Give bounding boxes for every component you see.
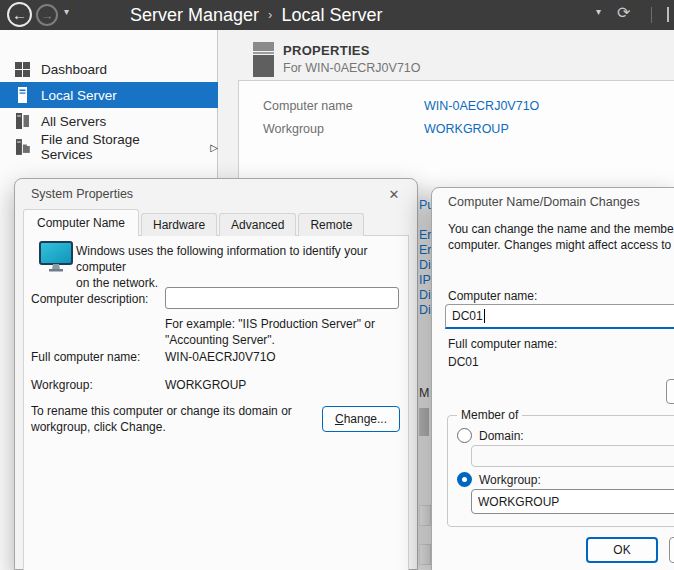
tab-computer-name[interactable]: Computer Name — [23, 209, 139, 236]
computer-description-label: Computer description: — [31, 291, 148, 307]
tab-remote[interactable]: Remote — [298, 213, 364, 236]
close-icon[interactable]: ✕ — [381, 183, 407, 205]
app-title: Server Manager — [130, 5, 259, 26]
dialog-description-line: Windows uses the following information t… — [76, 243, 417, 275]
sidebar-item-dashboard[interactable]: Dashboard — [0, 56, 218, 82]
dashboard-icon — [15, 62, 30, 77]
occluded-ui-fragment — [419, 505, 431, 526]
change-button[interactable]: Change... — [322, 406, 400, 432]
breadcrumb: Server Manager › Local Server — [130, 0, 382, 30]
full-computer-name-value: WIN-0AECRJ0V71O — [165, 349, 276, 365]
dialog-title: Computer Name/Domain Changes — [448, 195, 640, 209]
domain-label: Domain: — [479, 428, 524, 444]
example-text-line: For example: "IIS Production Server" or — [165, 316, 375, 332]
sidebar-item-label: Local Server — [41, 88, 117, 103]
workgroup-input[interactable] — [471, 489, 674, 514]
breadcrumb-separator-icon: › — [268, 7, 272, 22]
occluded-text-fragment: M — [419, 386, 431, 399]
file-storage-services-icon — [15, 139, 30, 155]
text-cursor — [484, 309, 485, 323]
back-arrow-icon: ← — [12, 6, 27, 23]
computer-name-input-value: DC01 — [452, 309, 483, 323]
properties-header: PROPERTIES — [283, 43, 370, 58]
ok-button[interactable]: OK — [586, 537, 658, 563]
sidebar-item-all-servers[interactable]: All Servers — [0, 108, 218, 134]
workgroup-label: Workgroup: — [479, 472, 541, 488]
workgroup-value: WORKGROUP — [165, 377, 246, 393]
occluded-text-fragment: Di — [419, 303, 431, 316]
tab-strip: Computer Name Hardware Advanced Remote — [23, 209, 409, 236]
workgroup-label: Workgroup: — [31, 377, 93, 393]
properties-subheader: For WIN-0AECRJ0V71O — [283, 61, 421, 75]
dialog-description-line: computer. Changes might affect access to… — [448, 237, 674, 253]
rename-hint-text: To rename this computer or change its do… — [31, 403, 292, 435]
more-button-clipped[interactable] — [666, 379, 674, 404]
toolbar-divider — [651, 7, 652, 23]
domain-radio[interactable] — [457, 428, 472, 443]
member-of-label: Member of — [457, 407, 522, 423]
clipped-toolbar-icon — [667, 7, 669, 22]
sidebar-item-file-storage-services[interactable]: File and Storage Services ▷ — [0, 134, 218, 160]
example-text: For example: "IIS Production Server" or … — [165, 316, 375, 348]
computer-name-label: Computer name: — [448, 288, 537, 304]
refresh-icon[interactable]: ⟳ — [617, 3, 630, 22]
toolbar-dropdown-icon[interactable]: ▾ — [596, 6, 601, 17]
occluded-text-fragment: Di — [419, 288, 431, 301]
all-servers-icon — [15, 113, 30, 129]
dialog-description: You can change the name and the membersh… — [448, 221, 674, 253]
workgroup-radio[interactable] — [457, 472, 472, 487]
property-label: Computer name — [263, 99, 353, 113]
system-properties-dialog: System Properties ✕ Computer Name Hardwa… — [14, 178, 418, 570]
server-manager-window: ← → ▾ Server Manager › Local Server ▾ ⟳ … — [0, 0, 674, 570]
occluded-text-fragment: Pu — [419, 198, 431, 211]
domain-changes-dialog: Computer Name/Domain Changes You can cha… — [431, 187, 674, 570]
monitor-icon — [39, 241, 73, 273]
occluded-ui-fragment — [419, 408, 429, 436]
property-label: Workgroup — [263, 122, 324, 136]
forward-arrow-icon: → — [41, 8, 54, 23]
forward-button[interactable]: → — [36, 4, 58, 26]
expand-chevron-icon[interactable]: ▷ — [210, 142, 218, 153]
nav-dropdown-icon[interactable]: ▾ — [64, 6, 69, 17]
titlebar: ← → ▾ Server Manager › Local Server ▾ ⟳ — [0, 0, 674, 30]
occluded-ui-fragment — [419, 544, 431, 565]
sidebar-item-local-server[interactable]: Local Server — [0, 82, 218, 108]
occluded-text-fragment: Er — [419, 228, 431, 241]
occluded-text-fragment: IP — [419, 273, 431, 286]
computer-description-input[interactable] — [165, 287, 399, 309]
computer-name-link[interactable]: WIN-0AECRJ0V71O — [424, 99, 539, 113]
breadcrumb-section: Local Server — [281, 5, 382, 26]
rename-hint-line: To rename this computer or change its do… — [31, 403, 292, 419]
occluded-text-fragment: Di — [419, 258, 431, 271]
workgroup-link[interactable]: WORKGROUP — [424, 122, 509, 136]
occluded-text-fragment: Er — [419, 243, 431, 256]
example-text-line: "Accounting Server". — [165, 332, 375, 348]
ok-button-label: OK — [613, 543, 630, 557]
domain-input[interactable] — [471, 445, 674, 467]
sidebar-item-label: File and Storage Services — [41, 132, 194, 162]
sidebar-item-label: Dashboard — [41, 62, 107, 77]
tab-advanced[interactable]: Advanced — [219, 213, 296, 236]
full-computer-name-label: Full computer name: — [31, 349, 140, 365]
dialog-description-line: You can change the name and the membersh… — [448, 221, 674, 237]
dialog-title: System Properties — [31, 187, 133, 201]
computer-name-input[interactable]: DC01 — [445, 304, 674, 329]
change-button-label: Change... — [323, 412, 399, 426]
back-button[interactable]: ← — [7, 2, 32, 27]
cancel-button-clipped[interactable] — [669, 537, 674, 563]
tab-hardware[interactable]: Hardware — [141, 213, 217, 236]
full-computer-name-label: Full computer name: — [448, 336, 557, 352]
local-server-icon — [15, 87, 30, 103]
properties-tile-icon — [252, 42, 275, 77]
full-computer-name-value: DC01 — [448, 354, 479, 370]
rename-hint-line: workgroup, click Change. — [31, 419, 292, 435]
dialog-description: Windows uses the following information t… — [76, 243, 417, 291]
sidebar-item-label: All Servers — [41, 114, 106, 129]
